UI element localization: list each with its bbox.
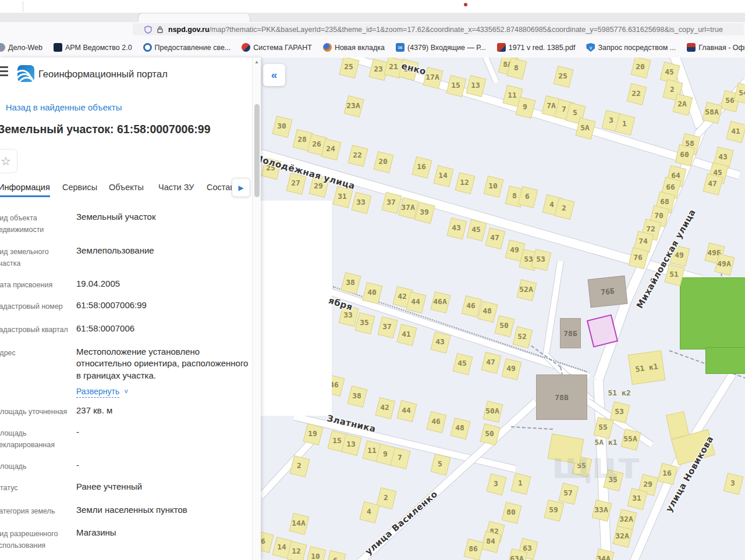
tabs-scroll-right-button[interactable]: ▶ bbox=[232, 178, 250, 197]
parcel-label: 22 bbox=[632, 89, 641, 98]
green-area bbox=[705, 347, 745, 374]
parcel-label: 40 bbox=[367, 288, 377, 297]
bookmark-label: Предоставление све... bbox=[155, 44, 231, 52]
parcel-label: 19 bbox=[308, 429, 317, 438]
menu-icon[interactable] bbox=[0, 66, 8, 79]
expand-link[interactable]: Развернуть bbox=[76, 386, 119, 398]
parcel-label: 14 bbox=[438, 171, 448, 180]
parcel-label: 32А bbox=[615, 532, 629, 540]
bookmark-label: Система ГАРАНТ bbox=[253, 44, 312, 52]
parcel-label: 41 bbox=[731, 127, 740, 135]
garant-red-icon bbox=[242, 43, 250, 52]
parcel-label: 32А bbox=[619, 515, 633, 523]
parcel-label: 44 bbox=[411, 297, 420, 306]
blue-ring-icon bbox=[143, 43, 152, 52]
parcel-label: 27 bbox=[291, 179, 300, 187]
parcel-label: 14 bbox=[277, 543, 286, 551]
parcel-label: 7А bbox=[547, 101, 556, 110]
bookmark-item[interactable]: Дело-Web bbox=[0, 43, 42, 52]
parcel-label: 3 bbox=[609, 116, 613, 124]
bookmark-item[interactable]: Новая вкладка bbox=[323, 43, 385, 52]
navy-square-icon bbox=[54, 43, 62, 52]
panel-scrollbar[interactable]: ▲ bbox=[252, 58, 261, 560]
parcel-label: 59 bbox=[549, 505, 558, 514]
parcel-label: 45 bbox=[457, 359, 467, 368]
bookmark-item[interactable]: ✉(4379) Входящие — Р... bbox=[396, 43, 486, 52]
url-text[interactable]: nspd.gov.ru/map?thematic=PKK&baseLayerId… bbox=[168, 26, 723, 34]
map-canvas[interactable]: 2523211917А15138А82520452222А565458А4123… bbox=[261, 58, 745, 560]
field-value: Местоположение установлено относительно … bbox=[76, 346, 252, 398]
tab-Части ЗУ[interactable]: Части ЗУ bbox=[158, 183, 194, 192]
tab-Информация[interactable]: Информация bbox=[0, 183, 50, 192]
parcel-label: 43 bbox=[435, 337, 445, 346]
bookmark-item[interactable]: АРМ Ведомство 2.0 bbox=[54, 43, 132, 52]
parcel-label: 56 bbox=[725, 96, 735, 105]
url-bar[interactable]: nspd.gov.ru/map?thematic=PKK&baseLayerId… bbox=[133, 23, 744, 35]
lock-icon bbox=[157, 26, 164, 34]
parcel-label: 38 bbox=[346, 278, 355, 287]
parcel-label: 3 bbox=[494, 479, 498, 488]
parcel-label: 9 bbox=[523, 102, 527, 111]
building-78Б: 78Б bbox=[560, 318, 581, 348]
scrollbar-thumb[interactable] bbox=[254, 104, 260, 197]
parcel-label: 51 bbox=[669, 270, 679, 279]
parcel-label: 34А bbox=[597, 554, 610, 560]
bookmark-item[interactable]: 1971 v red. 1385.pdf bbox=[497, 43, 576, 52]
parcel-label: 86 bbox=[469, 544, 478, 553]
parcel-label: 31 bbox=[632, 494, 641, 502]
parcel-label: 5А bbox=[580, 123, 590, 132]
chevron-right-icon: ▶ bbox=[238, 184, 243, 192]
chevron-left-icon: ‹ bbox=[0, 101, 1, 113]
parcel-label: 33А bbox=[594, 505, 608, 514]
tab-Состав[interactable]: Состав bbox=[207, 183, 235, 192]
bookmark-item[interactable]: Система ГАРАНТ bbox=[242, 43, 312, 52]
parcel-label: 68 bbox=[660, 197, 669, 206]
scroll-up-icon[interactable]: ▲ bbox=[254, 59, 259, 65]
parcel-label: 84 bbox=[486, 537, 495, 545]
bookmark-item[interactable]: Главная - Официальн... bbox=[687, 43, 745, 52]
parcel-label: 55 bbox=[598, 423, 608, 431]
green-area bbox=[680, 277, 745, 349]
parcel-label: 47 bbox=[490, 233, 499, 242]
parcel-label: 66 bbox=[666, 183, 675, 191]
field-value: Магазины bbox=[76, 527, 252, 538]
field-label: Вид земельного участка bbox=[0, 246, 76, 269]
parcel-label: 13 bbox=[346, 440, 356, 448]
back-to-results-link[interactable]: ‹ Назад в найденные объекты bbox=[0, 101, 122, 113]
tab-Объекты[interactable]: Объекты bbox=[109, 183, 144, 192]
field-label: Кадастровый номер bbox=[0, 301, 76, 312]
tab-Сервисы[interactable]: Сервисы bbox=[62, 183, 97, 192]
unloaded-tile bbox=[261, 201, 332, 416]
parcel-label: 11 bbox=[508, 91, 517, 99]
field-value: - bbox=[76, 459, 252, 471]
parcel-label: 70 bbox=[654, 211, 664, 220]
bookmark-item[interactable]: vЗапрос посредством ... bbox=[586, 43, 676, 52]
parcel-label: 63 bbox=[523, 544, 532, 552]
parcel-label: 26 bbox=[312, 140, 321, 148]
bookmarks-bar: Дело-WebАРМ Ведомство 2.0Предоставление … bbox=[0, 37, 745, 58]
bookmark-label: Дело-Web bbox=[8, 44, 42, 52]
field-value: 61:58:0007006:99 bbox=[76, 299, 252, 311]
field-label: Дата присвоения bbox=[0, 279, 76, 291]
parcel-label: 6 bbox=[333, 556, 338, 560]
parcel-label: 50 bbox=[499, 321, 509, 330]
bookmark-item[interactable]: Предоставление све... bbox=[143, 43, 231, 52]
boundary-line bbox=[511, 426, 553, 430]
parcel-label: 46А bbox=[433, 297, 446, 306]
parcel-label: 2 bbox=[670, 85, 675, 94]
mail-blue-icon: ✉ bbox=[396, 43, 405, 52]
map-collapse-button[interactable]: « bbox=[263, 64, 285, 86]
building-78В: 78В bbox=[536, 374, 587, 420]
field-value: 237 кв. м bbox=[76, 405, 252, 416]
browser-active-tab[interactable] bbox=[138, 13, 250, 23]
parcel-label: 12 bbox=[292, 547, 301, 555]
parcel-label: 8 bbox=[514, 63, 519, 72]
parcel-label: 20 bbox=[378, 157, 388, 166]
field-label: Кадастровый квартал bbox=[0, 324, 76, 336]
pdf-red-icon bbox=[497, 43, 506, 52]
parcel-label: 37 bbox=[386, 198, 396, 206]
parcel-label: 43 bbox=[452, 223, 461, 232]
shield-icon[interactable] bbox=[144, 26, 152, 34]
favorite-button[interactable]: ☆ bbox=[0, 149, 17, 173]
browser-tabstrip bbox=[0, 13, 745, 22]
